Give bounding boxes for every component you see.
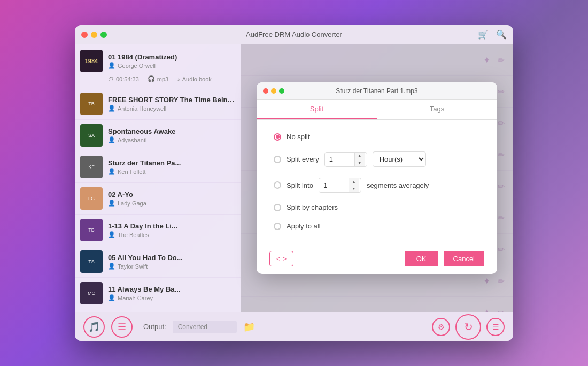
modal-body: No split Split every ▲ ▼ [257, 120, 497, 243]
no-split-label: No split [287, 133, 310, 141]
track-artist: 👤 Taylor Swift [108, 263, 235, 270]
track-artist: 👤 The Beatles [108, 231, 235, 238]
split-modal: Sturz der Titanen Part 1.mp3 Split Tags … [257, 82, 497, 274]
spinner-up[interactable]: ▲ [349, 178, 359, 185]
modal-tabs: Split Tags [257, 100, 497, 120]
convert-button[interactable]: ↻ [455, 314, 481, 340]
split-every-input[interactable] [325, 152, 354, 166]
title-bar-actions: 🛒 🔍 [478, 29, 507, 40]
split-by-chapters-option[interactable]: Split by chapters [274, 203, 480, 211]
modal-title: Sturz der Titanen Part 1.mp3 [336, 87, 417, 95]
modal-title-bar: Sturz der Titanen Part 1.mp3 [257, 82, 497, 100]
split-into-option: Split into ▲ ▼ segments averagely [274, 178, 480, 193]
track-item[interactable]: LG 02 A-Yo 👤 Lady Gaga [75, 183, 241, 215]
nav-prev-icon: < [276, 255, 281, 263]
track-artist: 👤 Mariah Carey [108, 294, 235, 301]
track-title: 01 1984 (Dramatized) [108, 53, 235, 61]
menu-button[interactable]: ☰ [111, 316, 133, 338]
track-item[interactable]: TB 1-13 A Day In the Li... 👤 The Beatles [75, 215, 241, 246]
track-item[interactable]: TS 05 All You Had To Do... 👤 Taylor Swif… [75, 246, 241, 278]
settings-button[interactable]: ⚙ [432, 318, 450, 336]
track-list: 1984 01 1984 (Dramatized) 👤 George Orwel… [75, 44, 241, 312]
tab-split[interactable]: Split [257, 100, 377, 119]
split-by-chapters-radio[interactable] [274, 204, 281, 211]
modal-maximize-button[interactable] [279, 88, 284, 94]
nav-button[interactable]: < > [269, 251, 293, 266]
modal-footer: < > OK Cancel [257, 243, 497, 274]
maximize-button[interactable] [100, 32, 107, 38]
track-info: 02 A-Yo 👤 Lady Gaga [108, 190, 235, 207]
spinner-down[interactable]: ▼ [355, 159, 365, 166]
track-item[interactable]: KF Sturz der Titanen Pa... 👤 Ken Follett [75, 151, 241, 183]
track-info: 1-13 A Day In the Li... 👤 The Beatles [108, 222, 235, 238]
split-every-spinners: ▲ ▼ [354, 152, 365, 166]
track-title: 1-13 A Day In the Li... [108, 222, 235, 230]
output-input[interactable] [173, 321, 237, 333]
modal-traffic-lights [263, 88, 284, 94]
spinner-up[interactable]: ▲ [355, 152, 365, 159]
track-title: 11 Always Be My Ba... [108, 285, 235, 293]
split-into-radio[interactable] [274, 181, 281, 189]
track-artist: 👤 George Orwell [108, 62, 235, 69]
modal-minimize-button[interactable] [271, 88, 276, 94]
track-type: ♪ Audio book [177, 76, 212, 82]
track-item[interactable]: TB FREE SHORT STORY The Time Being... 👤 … [75, 88, 241, 120]
track-info: 01 1984 (Dramatized) 👤 George Orwell [108, 53, 235, 69]
track-title: FREE SHORT STORY The Time Being... [108, 96, 235, 104]
segments-label: segments averagely [367, 181, 429, 189]
modal-overlay: Sturz der Titanen Part 1.mp3 Split Tags … [241, 44, 513, 312]
track-thumbnail: LG [80, 187, 103, 210]
track-artist: 👤 Ken Follett [108, 168, 235, 175]
right-panel: ✦ ✏ ✦ ✏ ✦ ✏ ✦ ✏ ✦ ✏ [241, 44, 513, 312]
add-music-button[interactable]: 🎵 [83, 316, 105, 338]
track-thumbnail: 1984 [80, 50, 103, 72]
split-into-spinners: ▲ ▼ [349, 178, 359, 192]
modal-close-button[interactable] [263, 88, 268, 94]
track-artist: 👤 Lady Gaga [108, 200, 235, 207]
apply-to-all-row: Apply to all [274, 222, 480, 230]
close-button[interactable] [81, 32, 88, 38]
minimize-button[interactable] [91, 32, 97, 38]
track-item[interactable]: MC 11 Always Be My Ba... 👤 Mariah Carey [75, 278, 241, 309]
track-thumbnail: TS [80, 250, 103, 273]
no-split-option[interactable]: No split [274, 133, 480, 141]
tab-tags[interactable]: Tags [377, 100, 497, 119]
no-split-radio[interactable] [274, 133, 281, 141]
nav-next-icon: > [283, 255, 287, 263]
track-info: Sturz der Titanen Pa... 👤 Ken Follett [108, 159, 235, 175]
cart-icon[interactable]: 🛒 [478, 29, 489, 40]
track-title: Spontaneous Awake [108, 127, 235, 135]
app-title: AudFree DRM Audio Converter [246, 30, 342, 39]
track-info: Spontaneous Awake 👤 Adyashanti [108, 127, 235, 143]
split-into-label: Split into [287, 181, 313, 189]
split-every-option: Split every ▲ ▼ Hour(s) Minute(s) [274, 151, 480, 167]
track-item[interactable]: 1984 01 1984 (Dramatized) 👤 George Orwel… [75, 44, 241, 88]
cancel-button[interactable]: Cancel [444, 251, 484, 266]
split-every-radio[interactable] [274, 156, 281, 163]
track-item[interactable]: SA Spontaneous Awake 👤 Adyashanti [75, 120, 241, 151]
ok-button[interactable]: OK [405, 251, 438, 266]
title-bar: AudFree DRM Audio Converter 🛒 🔍 [75, 25, 513, 44]
format-button[interactable]: ☰ [486, 318, 505, 336]
main-content: 1984 01 1984 (Dramatized) 👤 George Orwel… [75, 44, 513, 312]
folder-icon[interactable]: 📁 [243, 321, 255, 333]
track-duration: ⏱ 00:54:33 [108, 76, 139, 82]
apply-to-all-checkbox[interactable] [274, 223, 281, 230]
split-by-chapters-label: Split by chapters [287, 203, 338, 211]
track-thumbnail: TB [80, 93, 103, 115]
track-title: 05 All You Had To Do... [108, 254, 235, 262]
search-icon[interactable]: 🔍 [496, 29, 507, 40]
track-info: 05 All You Had To Do... 👤 Taylor Swift [108, 254, 235, 270]
split-every-unit-select[interactable]: Hour(s) Minute(s) Second(s) [373, 151, 426, 167]
track-meta: ⏱ 00:54:33 🎧 mp3 ♪ Audio book [108, 75, 212, 82]
track-thumbnail: TB [80, 219, 103, 241]
bottom-bar: 🎵 ☰ Output: 📁 ⚙ ↻ ☰ [75, 312, 513, 341]
app-window: AudFree DRM Audio Converter 🛒 🔍 1984 01 … [75, 25, 513, 341]
traffic-lights [81, 32, 107, 38]
track-thumbnail: SA [80, 124, 103, 147]
spinner-down[interactable]: ▼ [349, 185, 359, 192]
track-thumbnail: KF [80, 156, 103, 178]
split-into-input[interactable] [319, 179, 349, 192]
track-info: 11 Always Be My Ba... 👤 Mariah Carey [108, 285, 235, 301]
output-label: Output: [143, 323, 166, 331]
